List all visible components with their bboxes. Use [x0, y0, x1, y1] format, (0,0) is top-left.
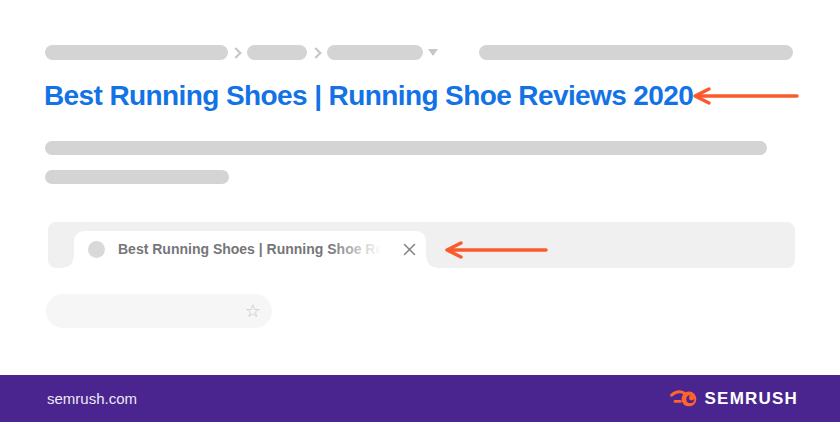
- semrush-fireball-icon: [670, 387, 698, 410]
- browser-tab-strip: Best Running Shoes | Running Shoe Revie: [48, 222, 795, 268]
- tab-title: Best Running Shoes | Running Shoe Revie: [118, 241, 390, 257]
- bookmark-star-icon[interactable]: ☆: [245, 300, 261, 322]
- breadcrumb-placeholder-pill: [479, 45, 793, 60]
- semrush-logo: SEMRUSH: [670, 375, 798, 422]
- arrow-left-icon: [440, 241, 552, 259]
- breadcrumb-placeholder-pill: [327, 45, 423, 60]
- breadcrumb-placeholder-pill: [247, 45, 307, 60]
- tab-title-wrap: Best Running Shoes | Running Shoe Revie: [118, 231, 390, 268]
- chevron-right-icon: [230, 47, 241, 58]
- description-placeholder-bar: [45, 141, 767, 155]
- address-bar[interactable]: ☆: [46, 294, 272, 328]
- semrush-wordmark: SEMRUSH: [705, 389, 798, 409]
- footer-bar: semrush.com SEMRUSH: [0, 375, 840, 422]
- arrow-left-icon: [688, 87, 800, 105]
- chevron-down-icon: [428, 49, 438, 56]
- browser-tab[interactable]: Best Running Shoes | Running Shoe Revie: [74, 231, 426, 268]
- serp-result-title-link[interactable]: Best Running Shoes | Running Shoe Review…: [44, 80, 693, 112]
- description-placeholder-bar: [45, 170, 229, 184]
- footer-url: semrush.com: [47, 375, 137, 422]
- favicon-placeholder-icon: [88, 241, 105, 258]
- close-icon[interactable]: [402, 242, 417, 257]
- chevron-right-icon: [310, 47, 321, 58]
- breadcrumb-placeholder-pill: [45, 45, 228, 60]
- serp-title-tag-illustration: Best Running Shoes | Running Shoe Review…: [0, 0, 840, 422]
